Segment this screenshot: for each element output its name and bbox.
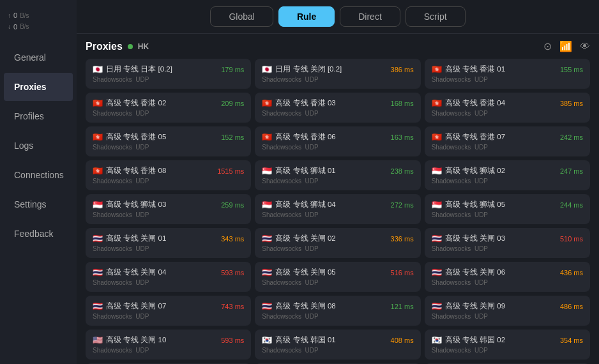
sidebar-item-settings[interactable]: Settings bbox=[4, 190, 73, 218]
proxy-flag: 🇹🇭 bbox=[93, 234, 103, 243]
proxy-card[interactable]: 🇭🇰 高级 专线 香港 07 242 ms Shadowsocks UDP bbox=[425, 126, 590, 156]
proxy-card[interactable]: 🇭🇰 高级 专线 香港 01 155 ms Shadowsocks UDP bbox=[425, 59, 590, 89]
proxy-info: Shadowsocks UDP bbox=[432, 279, 583, 286]
proxy-name: 🇸🇬 高级 专线 狮城 03 bbox=[93, 200, 217, 209]
proxy-card-top: 🇭🇰 高级 专线 香港 03 168 ms bbox=[262, 98, 413, 108]
proxy-card[interactable]: 🇰🇷 高级 专线 韩国 02 354 ms Shadowsocks UDP bbox=[425, 330, 590, 360]
proxy-card-top: 🇰🇷 高级 专线 韩国 02 354 ms bbox=[432, 335, 583, 345]
proxy-card[interactable]: 🇸🇬 高级 专线 狮城 04 272 ms Shadowsocks UDP bbox=[255, 194, 420, 224]
proxy-name: 🇺🇸 高级 专线 关闸 10 bbox=[93, 335, 217, 345]
proxy-flag: 🇭🇰 bbox=[93, 98, 103, 108]
proxy-card[interactable]: 🇭🇰 高级 专线 香港 02 209 ms Shadowsocks UDP bbox=[86, 93, 251, 123]
proxy-card-top: 🇯🇵 日用 专线 关闭 [0.2] 386 ms bbox=[262, 64, 413, 74]
proxy-flag: 🇭🇰 bbox=[262, 132, 272, 142]
proxy-card-top: 🇹🇭 高级 专线 关闸 03 510 ms bbox=[432, 234, 583, 243]
proxy-info: Shadowsocks UDP bbox=[93, 76, 244, 83]
proxy-card[interactable]: 🇹🇭 高级 专线 关闸 09 486 ms Shadowsocks UDP bbox=[425, 296, 590, 326]
proxy-info: Shadowsocks UDP bbox=[93, 178, 244, 185]
proxy-card[interactable]: 🇹🇭 高级 专线 关闸 04 593 ms Shadowsocks UDP bbox=[86, 262, 251, 292]
proxy-flag: 🇯🇵 bbox=[93, 64, 103, 74]
proxy-card[interactable]: 🇹🇭 高级 专线 关闸 01 343 ms Shadowsocks UDP bbox=[86, 228, 251, 258]
sidebar-item-connections[interactable]: Connections bbox=[4, 161, 73, 189]
tab-script[interactable]: Script bbox=[406, 6, 466, 27]
proxy-card-top: 🇹🇭 高级 专线 关闸 07 743 ms bbox=[93, 301, 244, 311]
topbar: Global Rule Direct Script bbox=[77, 0, 599, 34]
proxy-name-text: 高级 专线 关闸 01 bbox=[106, 234, 166, 243]
proxy-card[interactable]: 🇹🇭 高级 专线 关闸 07 743 ms Shadowsocks UDP bbox=[86, 296, 251, 326]
proxy-flag: 🇹🇭 bbox=[262, 301, 272, 311]
proxy-card[interactable]: 🇭🇰 高级 专线 香港 03 168 ms Shadowsocks UDP bbox=[255, 93, 420, 123]
wifi-icon[interactable]: 📶 bbox=[559, 40, 572, 52]
proxy-info: Shadowsocks UDP bbox=[262, 76, 413, 83]
proxy-card[interactable]: 🇭🇰 高级 专线 香港 05 152 ms Shadowsocks UDP bbox=[86, 126, 251, 156]
proxy-card[interactable]: 🇸🇬 高级 专线 狮城 01 238 ms Shadowsocks UDP bbox=[255, 160, 420, 190]
proxy-card[interactable]: 🇹🇭 高级 专线 关闸 06 436 ms Shadowsocks UDP bbox=[425, 262, 590, 292]
proxy-info: Shadowsocks UDP bbox=[432, 211, 583, 218]
proxy-latency: 593 ms bbox=[221, 337, 244, 344]
proxy-info: Shadowsocks UDP bbox=[432, 347, 583, 354]
proxy-card[interactable]: 🇯🇵 日用 专线 日本 [0.2] 179 ms Shadowsocks UDP bbox=[86, 59, 251, 89]
proxy-card[interactable]: 🇸🇬 高级 专线 狮城 03 259 ms Shadowsocks UDP bbox=[86, 194, 251, 224]
proxy-name: 🇹🇭 高级 专线 关闸 01 bbox=[93, 234, 217, 243]
proxy-card-top: 🇭🇰 高级 专线 香港 02 209 ms bbox=[93, 98, 244, 108]
proxy-latency: 354 ms bbox=[560, 337, 583, 344]
proxy-flag: 🇯🇵 bbox=[262, 64, 272, 74]
proxy-latency: 179 ms bbox=[221, 66, 244, 73]
tab-global[interactable]: Global bbox=[210, 6, 273, 27]
proxy-name: 🇰🇷 高级 专线 韩国 02 bbox=[432, 335, 556, 345]
tab-rule[interactable]: Rule bbox=[278, 6, 335, 27]
header-icons: ⊙ 📶 👁 bbox=[543, 40, 590, 52]
proxy-card-top: 🇭🇰 高级 专线 香港 05 152 ms bbox=[93, 132, 244, 142]
tab-direct[interactable]: Direct bbox=[340, 6, 400, 27]
proxy-name-text: 高级 专线 关闸 09 bbox=[445, 301, 505, 311]
proxy-card[interactable]: 🇹🇭 高级 专线 关闸 08 121 ms Shadowsocks UDP bbox=[255, 296, 420, 326]
proxy-card[interactable]: 🇺🇸 高级 专线 关闸 10 593 ms Shadowsocks UDP bbox=[86, 330, 251, 360]
proxy-card[interactable]: 🇭🇰 高级 专线 香港 08 1515 ms Shadowsocks UDP bbox=[86, 160, 251, 190]
proxy-card[interactable]: 🇸🇬 高级 专线 狮城 05 244 ms Shadowsocks UDP bbox=[425, 194, 590, 224]
proxy-info: Shadowsocks UDP bbox=[262, 245, 413, 252]
search-icon[interactable]: ⊙ bbox=[543, 40, 552, 52]
proxy-flag: 🇹🇭 bbox=[432, 268, 442, 277]
proxy-latency: 385 ms bbox=[560, 100, 583, 107]
proxy-card[interactable]: 🇭🇰 高级 专线 香港 06 163 ms Shadowsocks UDP bbox=[255, 126, 420, 156]
sidebar-item-logs[interactable]: Logs bbox=[4, 132, 73, 160]
proxy-card-top: 🇰🇷 高级 专线 韩国 01 408 ms bbox=[262, 335, 413, 345]
upload-arrow: ↑ bbox=[8, 11, 11, 21]
proxy-latency: 510 ms bbox=[560, 235, 583, 243]
proxy-name-text: 高级 专线 关闸 03 bbox=[445, 234, 505, 243]
proxy-flag: 🇭🇰 bbox=[432, 98, 442, 108]
proxy-flag: 🇹🇭 bbox=[432, 234, 442, 243]
sidebar-item-proxies[interactable]: Proxies bbox=[4, 73, 73, 101]
proxy-name-text: 高级 专线 关闸 04 bbox=[106, 268, 166, 277]
sidebar-item-profiles[interactable]: Profiles bbox=[4, 102, 73, 130]
proxy-info: Shadowsocks UDP bbox=[93, 110, 244, 117]
proxy-info: Shadowsocks UDP bbox=[93, 211, 244, 218]
proxy-card[interactable]: 🇹🇭 高级 专线 关闸 03 510 ms Shadowsocks UDP bbox=[425, 228, 590, 258]
main-content: Global Rule Direct Script Proxies HK ⊙ 📶… bbox=[77, 0, 599, 364]
proxy-flag: 🇹🇭 bbox=[93, 268, 103, 277]
proxy-card-top: 🇸🇬 高级 专线 狮城 04 272 ms bbox=[262, 200, 413, 209]
proxy-card-top: 🇸🇬 高级 专线 狮城 01 238 ms bbox=[262, 166, 413, 176]
proxy-card[interactable]: 🇹🇭 高级 专线 关闸 05 516 ms Shadowsocks UDP bbox=[255, 262, 420, 292]
proxy-name-text: 高级 专线 香港 02 bbox=[106, 98, 166, 108]
proxy-latency: 244 ms bbox=[560, 201, 583, 209]
proxy-card[interactable]: 🇭🇰 高级 专线 香港 04 385 ms Shadowsocks UDP bbox=[425, 93, 590, 123]
proxy-name-text: 高级 专线 韩国 02 bbox=[445, 335, 505, 345]
proxy-card[interactable]: 🇹🇭 高级 专线 关闸 02 336 ms Shadowsocks UDP bbox=[255, 228, 420, 258]
proxy-card[interactable]: 🇸🇬 高级 专线 狮城 02 247 ms Shadowsocks UDP bbox=[425, 160, 590, 190]
sidebar-item-feedback[interactable]: Feedback bbox=[4, 220, 73, 248]
proxy-name-text: 高级 专线 香港 06 bbox=[275, 132, 335, 142]
proxy-latency: 386 ms bbox=[391, 66, 414, 73]
proxy-name-text: 日用 专线 关闭 [0.2] bbox=[275, 64, 342, 74]
eye-icon[interactable]: 👁 bbox=[580, 41, 590, 52]
download-arrow: ↓ bbox=[8, 22, 11, 32]
proxy-name: 🇰🇷 高级 专线 韩国 01 bbox=[262, 335, 386, 345]
proxy-name: 🇹🇭 高级 专线 关闸 09 bbox=[432, 301, 556, 311]
sidebar-stats: ↑ 0 B/s ↓ 0 B/s bbox=[0, 6, 77, 36]
proxy-card[interactable]: 🇰🇷 高级 专线 韩国 01 408 ms Shadowsocks UDP bbox=[255, 330, 420, 360]
proxy-info: Shadowsocks UDP bbox=[262, 347, 413, 354]
proxy-card[interactable]: 🇯🇵 日用 专线 关闭 [0.2] 386 ms Shadowsocks UDP bbox=[255, 59, 420, 89]
proxy-card-top: 🇸🇬 高级 专线 狮城 02 247 ms bbox=[432, 166, 583, 176]
proxy-latency: 272 ms bbox=[391, 201, 414, 209]
sidebar-item-general[interactable]: General bbox=[4, 43, 73, 72]
